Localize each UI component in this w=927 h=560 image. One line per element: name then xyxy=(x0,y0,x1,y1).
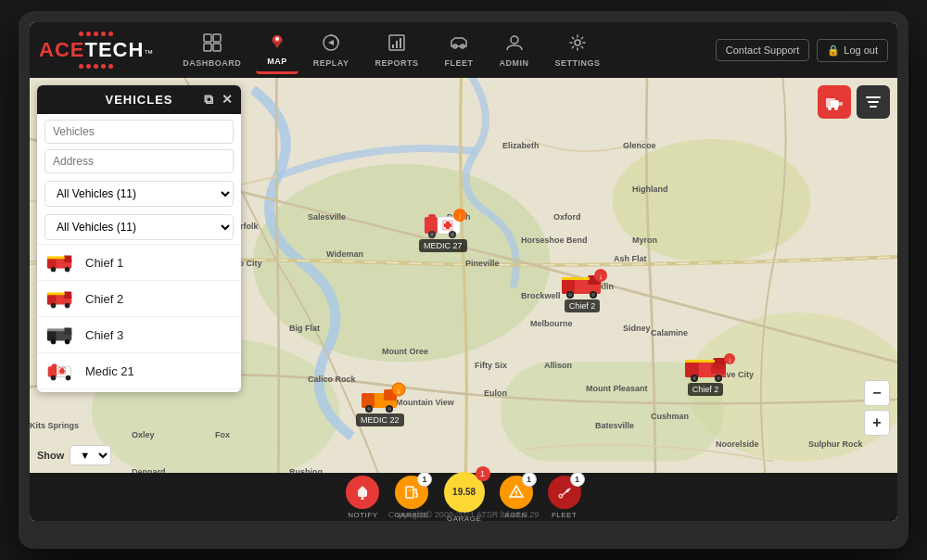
svg-point-75 xyxy=(65,303,70,309)
dashboard-icon xyxy=(203,33,222,57)
svg-rect-77 xyxy=(47,330,56,340)
fleet-icon xyxy=(450,33,468,57)
status-text-tools: FLEET xyxy=(552,511,577,519)
vehicle-item-chief1[interactable]: Chief 1 xyxy=(37,245,241,281)
nav-map[interactable]: MAP xyxy=(256,26,298,74)
svg-rect-37 xyxy=(562,277,590,280)
nav-dashboard[interactable]: DASHBOARD xyxy=(171,28,252,73)
zoom-minus-button[interactable]: − xyxy=(864,380,890,406)
map-vehicle-view-button[interactable] xyxy=(818,85,851,119)
nav-fleet[interactable]: FLEET xyxy=(434,28,485,73)
map-pin-chief2-bottom[interactable]: ↓ Chief 2 xyxy=(683,351,728,396)
show-control: Show ▼ xyxy=(37,445,111,465)
status-circle-speed: 19.58 1 xyxy=(444,472,485,513)
map-controls-top-right xyxy=(818,85,890,119)
status-badge-fuel1: 1 xyxy=(417,472,432,487)
svg-text:↓: ↓ xyxy=(397,386,401,395)
svg-rect-100 xyxy=(826,100,831,108)
admin-icon xyxy=(505,33,524,57)
vehicles-dropdown2-area: All Vehicles (11) xyxy=(37,210,241,244)
svg-rect-73 xyxy=(47,292,65,295)
vehicle-name-chief2: Chief 2 xyxy=(85,292,123,306)
nav-right: Contact Support 🔒 Log out xyxy=(716,39,888,62)
svg-rect-86 xyxy=(59,370,65,373)
status-badge-speed: 1 xyxy=(476,466,490,481)
bottom-bar: NOTIFY 1 GARAGE 19.58 1 xyxy=(30,473,897,521)
svg-point-80 xyxy=(51,339,57,345)
map-filter-button[interactable] xyxy=(857,85,890,119)
nav-reports[interactable]: REPORTS xyxy=(364,28,430,73)
settings-icon xyxy=(568,33,587,57)
vehicles-search-input[interactable] xyxy=(44,120,234,144)
show-label: Show xyxy=(37,450,64,461)
vehicles-dropdown1-area: All Vehicles (11) xyxy=(37,177,241,210)
vehicles-expand-icon[interactable]: ⧉ xyxy=(204,92,214,108)
lock-icon: 🔒 xyxy=(827,45,840,57)
svg-rect-89 xyxy=(52,363,57,367)
status-tools[interactable]: 1 FLEET xyxy=(548,476,581,519)
vehicle-icon-medic21 xyxy=(46,361,76,381)
svg-point-88 xyxy=(66,375,71,381)
svg-rect-47 xyxy=(685,360,715,363)
logout-button[interactable]: 🔒 Log out xyxy=(817,39,888,62)
nav-admin[interactable]: ADMIN xyxy=(489,28,540,73)
svg-rect-65 xyxy=(47,258,56,268)
nav-settings[interactable]: SETTINGS xyxy=(544,28,612,73)
svg-rect-52 xyxy=(711,364,726,374)
status-badge-alert: 1 xyxy=(522,472,537,487)
vehicles-dropdown2[interactable]: All Vehicles (11) xyxy=(44,214,234,240)
vehicle-icon-chief1 xyxy=(46,252,76,273)
map-pin-medic27[interactable]: ↓ MEDIC 27 xyxy=(419,208,467,252)
svg-rect-78 xyxy=(64,327,71,335)
settings-label: SETTINGS xyxy=(555,58,601,68)
svg-point-17 xyxy=(612,139,810,263)
svg-rect-10 xyxy=(400,38,401,48)
show-select[interactable]: ▼ xyxy=(70,445,111,465)
dashboard-label: DASHBOARD xyxy=(183,58,241,68)
status-circle-fuel1: 1 xyxy=(395,476,428,509)
vehicle-icon-chief3 xyxy=(46,325,76,345)
svg-point-68 xyxy=(51,267,57,273)
vehicles-panel: VEHICLES ⧉ ✕ All Vehicles (11) xyxy=(37,85,241,392)
replay-label: REPLAY xyxy=(313,58,349,68)
vehicle-item-chief2[interactable]: Chief 2 xyxy=(37,281,241,317)
vehicles-close-icon[interactable]: ✕ xyxy=(222,92,234,108)
top-nav: ACETECH™ xyxy=(30,22,897,78)
svg-point-81 xyxy=(65,339,70,345)
laptop-frame: ACETECH™ xyxy=(19,11,908,549)
logo-name: ACE xyxy=(39,38,84,62)
svg-rect-31 xyxy=(428,214,436,218)
vehicle-icon-chief2 xyxy=(46,288,76,309)
zoom-plus-button[interactable]: + xyxy=(864,410,890,436)
map-pin-medic22[interactable]: ↓ MEDIC 22 xyxy=(356,382,404,426)
vehicles-address-area xyxy=(37,146,241,177)
vehicle-item-chief3[interactable]: Chief 3 xyxy=(37,317,241,353)
pin-vehicle-medic27: ↓ xyxy=(421,208,465,237)
svg-text:↓: ↓ xyxy=(599,272,603,281)
nav-replay[interactable]: REPLAY xyxy=(302,28,361,73)
svg-point-59 xyxy=(367,407,371,411)
status-circle-tools: 1 xyxy=(548,476,581,509)
map-pin-chief2-top[interactable]: ↓ Chief 2 xyxy=(560,268,604,312)
svg-rect-72 xyxy=(64,291,71,299)
svg-rect-109 xyxy=(406,487,413,498)
vehicle-item-medic21[interactable]: Medic 21 xyxy=(37,353,241,389)
vehicles-address-input[interactable] xyxy=(44,149,234,173)
svg-rect-67 xyxy=(47,256,65,259)
svg-point-102 xyxy=(828,107,832,110)
vehicles-search-area xyxy=(37,114,241,146)
pin-vehicle-medic22: ↓ xyxy=(358,382,402,412)
fleet-label: FLEET xyxy=(445,58,474,68)
vehicle-item-medic22[interactable]: Medic 22 xyxy=(37,389,241,392)
svg-point-51 xyxy=(717,376,720,380)
contact-support-button[interactable]: Contact Support xyxy=(716,39,810,61)
svg-point-112 xyxy=(515,495,517,497)
svg-point-108 xyxy=(362,497,364,500)
copyright: Copyright © 2008-2021 ATSR ltd v2.0.29 xyxy=(388,510,540,519)
vehicles-dropdown1[interactable]: All Vehicles (11) xyxy=(44,181,234,207)
svg-rect-9 xyxy=(396,41,398,48)
svg-point-74 xyxy=(51,303,57,309)
pin-label-medic27: MEDIC 27 xyxy=(419,239,467,252)
admin-label: ADMIN xyxy=(500,58,529,68)
status-notify[interactable]: NOTIFY xyxy=(346,476,379,519)
